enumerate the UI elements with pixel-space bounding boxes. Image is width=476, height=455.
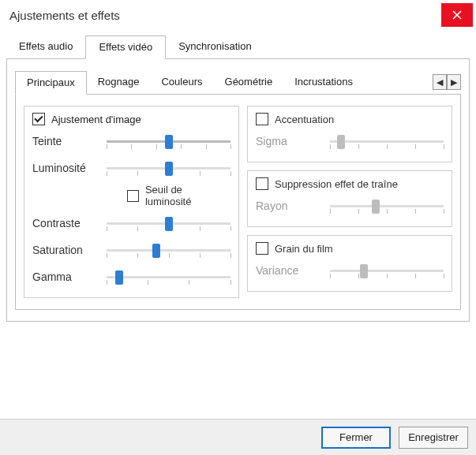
banding-group: Suppression effet de traîne Rayon bbox=[247, 170, 452, 227]
saturation-label: Saturation bbox=[32, 244, 99, 256]
chevron-right-icon: ▶ bbox=[451, 77, 457, 88]
sharpen-label: Accentuation bbox=[275, 114, 334, 125]
brightness-threshold-checkbox[interactable] bbox=[127, 190, 139, 202]
brightness-label: Luminosité bbox=[32, 162, 99, 174]
subtab-crop[interactable]: Rognage bbox=[87, 71, 151, 95]
variance-label: Variance bbox=[256, 264, 322, 277]
dialog-footer: Fermer Enregistrer bbox=[0, 419, 476, 455]
subtab-geometry[interactable]: Géométrie bbox=[214, 71, 284, 95]
grain-checkbox[interactable] bbox=[256, 242, 268, 255]
image-adjust-checkbox[interactable] bbox=[32, 113, 45, 125]
contrast-slider[interactable] bbox=[107, 215, 231, 231]
sigma-label: Sigma bbox=[256, 135, 322, 147]
brightness-threshold-label: Seuil de luminosité bbox=[145, 184, 231, 207]
image-adjust-group: Ajustement d'image Teinte Luminosité bbox=[24, 106, 239, 298]
banding-label: Suppression effet de traîne bbox=[275, 178, 398, 190]
banding-checkbox[interactable] bbox=[256, 177, 268, 190]
hue-label: Teinte bbox=[32, 135, 99, 147]
sigma-slider[interactable] bbox=[330, 133, 444, 149]
subtab-colors[interactable]: Couleurs bbox=[150, 71, 213, 95]
close-icon bbox=[452, 10, 462, 20]
hue-slider[interactable] bbox=[107, 133, 231, 149]
grain-label: Grain du film bbox=[275, 243, 333, 255]
radius-slider[interactable] bbox=[330, 198, 444, 214]
saturation-slider[interactable] bbox=[107, 242, 231, 258]
dialog-title: Ajustements et effets bbox=[9, 9, 120, 22]
subtab-main[interactable]: Principaux bbox=[15, 71, 87, 95]
tab-scroll-right-button[interactable]: ▶ bbox=[447, 74, 461, 90]
sharpen-checkbox[interactable] bbox=[256, 113, 268, 125]
close-button[interactable] bbox=[441, 3, 473, 27]
tab-synchronization[interactable]: Synchronisation bbox=[166, 35, 264, 59]
close-dialog-button[interactable]: Fermer bbox=[321, 427, 391, 449]
gamma-label: Gamma bbox=[32, 270, 99, 283]
brightness-slider[interactable] bbox=[107, 160, 231, 176]
tab-video-effects[interactable]: Effets vidéo bbox=[85, 35, 166, 59]
inner-tab-strip: Principaux Rognage Couleurs Géométrie In… bbox=[15, 70, 433, 94]
save-button[interactable]: Enregistrer bbox=[399, 427, 468, 449]
radius-label: Rayon bbox=[256, 200, 322, 212]
subtab-overlays[interactable]: Incrustations bbox=[283, 71, 364, 95]
grain-group: Grain du film Variance bbox=[247, 235, 452, 292]
outer-tab-strip: Effets audio Effets vidéo Synchronisatio… bbox=[6, 35, 470, 59]
tab-audio-effects[interactable]: Effets audio bbox=[6, 35, 85, 59]
variance-slider[interactable] bbox=[330, 263, 444, 278]
image-adjust-label: Ajustement d'image bbox=[51, 114, 141, 125]
sharpen-group: Accentuation Sigma bbox=[247, 106, 452, 162]
gamma-slider[interactable] bbox=[107, 269, 231, 285]
chevron-left-icon: ◀ bbox=[437, 77, 443, 88]
tab-scroll-left-button[interactable]: ◀ bbox=[433, 74, 447, 90]
contrast-label: Contraste bbox=[32, 217, 99, 229]
